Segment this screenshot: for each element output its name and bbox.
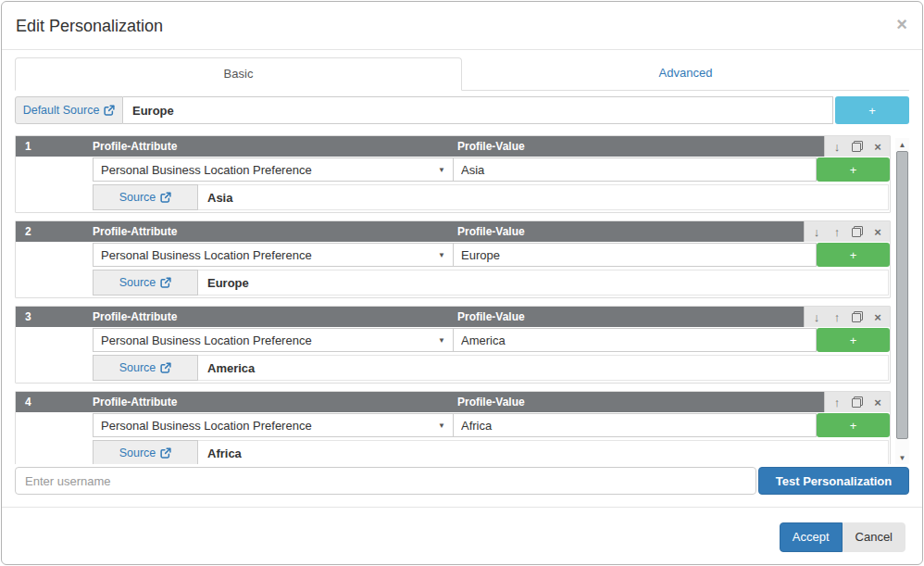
row-source: Source Asia	[16, 184, 890, 210]
source-value: Asia	[198, 184, 889, 210]
selected-attribute: Personal Business Location Preference	[101, 163, 438, 177]
selected-attribute: Personal Business Location Preference	[101, 333, 438, 347]
profile-attribute-header: Profile-Attribute	[93, 396, 457, 409]
copy-icon[interactable]	[847, 222, 868, 241]
profile-value-input[interactable]	[454, 157, 817, 182]
source-button[interactable]: Source	[93, 270, 198, 296]
default-source-label: Default Source	[23, 104, 100, 117]
scroll-down-icon[interactable]: ▼	[895, 451, 909, 464]
profile-attribute-select[interactable]: Personal Business Location Preference ▼	[93, 328, 454, 352]
row-spacer	[16, 270, 93, 296]
row-header: 3 Profile-Attribute Profile-Value ↓ ↑ ×	[16, 307, 890, 327]
row-spacer	[16, 413, 93, 437]
selected-attribute: Personal Business Location Preference	[101, 419, 438, 433]
row-source: Source Africa	[16, 440, 890, 464]
row-number: 4	[16, 396, 93, 409]
personalization-row: 3 Profile-Attribute Profile-Value ↓ ↑ × …	[15, 306, 891, 384]
chevron-down-icon: ▼	[438, 166, 445, 174]
copy-icon[interactable]	[847, 137, 868, 156]
default-source-value[interactable]: Europe	[123, 96, 833, 124]
row-spacer	[16, 184, 93, 210]
profile-value-header: Profile-Value	[457, 396, 824, 409]
source-value: America	[198, 355, 889, 381]
external-link-icon	[160, 277, 171, 288]
accept-button[interactable]: Accept	[780, 522, 843, 552]
row-header: 4 Profile-Attribute Profile-Value ↑ ×	[16, 392, 890, 412]
move-down-icon[interactable]: ↓	[806, 308, 827, 326]
close-icon[interactable]: ×	[896, 15, 907, 33]
row-source: Source Europe	[16, 270, 890, 296]
tab-bar: Basic Advanced	[15, 57, 909, 91]
delete-icon[interactable]: ×	[868, 308, 888, 326]
row-toolbar: ↓ ↑ ×	[804, 221, 890, 242]
profile-value-input[interactable]	[454, 328, 817, 352]
tab-basic[interactable]: Basic	[15, 57, 462, 91]
add-row-button[interactable]: +	[817, 328, 890, 352]
move-down-icon[interactable]: ↓	[806, 222, 827, 241]
delete-icon[interactable]: ×	[868, 393, 888, 411]
test-personalization-button[interactable]: Test Personalization	[758, 467, 909, 495]
scrollbar-track[interactable]	[896, 151, 908, 451]
copy-icon[interactable]	[847, 393, 868, 411]
dialog-footer: AcceptCancel	[2, 507, 922, 565]
source-button[interactable]: Source	[93, 355, 198, 381]
profile-value-input[interactable]	[454, 243, 817, 267]
row-toolbar: ↓ ↑ ×	[804, 307, 890, 327]
copy-icon[interactable]	[847, 308, 868, 326]
add-row-button[interactable]: +	[817, 413, 890, 437]
move-up-icon[interactable]: ↑	[827, 308, 847, 326]
row-spacer	[16, 157, 93, 182]
move-down-icon[interactable]: ↓	[827, 137, 847, 156]
scrollbar[interactable]: ▲ ▼	[895, 138, 909, 464]
username-input[interactable]	[15, 467, 756, 495]
move-up-icon[interactable]: ↑	[827, 222, 847, 241]
row-number: 1	[16, 140, 93, 153]
row-spacer	[16, 355, 93, 381]
delete-icon[interactable]: ×	[868, 137, 888, 156]
profile-value-header: Profile-Value	[457, 140, 824, 153]
source-button-label: Source	[119, 361, 156, 374]
external-link-icon	[160, 447, 171, 459]
personalization-row: 2 Profile-Attribute Profile-Value ↓ ↑ × …	[15, 220, 891, 298]
source-value: Europe	[198, 270, 889, 296]
external-link-icon	[160, 192, 171, 203]
default-source-row: Default Source Europe +	[15, 96, 909, 124]
row-controls: Personal Business Location Preference ▼ …	[16, 413, 890, 437]
scrollbar-thumb[interactable]	[896, 151, 908, 439]
move-up-icon[interactable]: ↑	[827, 393, 847, 411]
tab-advanced[interactable]: Advanced	[462, 57, 909, 90]
add-row-button[interactable]: +	[817, 243, 890, 267]
selected-attribute: Personal Business Location Preference	[101, 248, 438, 262]
profile-attribute-select[interactable]: Personal Business Location Preference ▼	[93, 243, 454, 267]
chevron-down-icon: ▼	[438, 251, 445, 259]
add-default-button[interactable]: +	[835, 96, 909, 124]
profile-attribute-select[interactable]: Personal Business Location Preference ▼	[93, 157, 454, 182]
rows-area: 1 Profile-Attribute Profile-Value ↓ × Pe…	[15, 135, 909, 464]
chevron-down-icon: ▼	[438, 421, 445, 430]
edit-personalization-dialog: Edit Personalization × Basic Advanced De…	[1, 1, 923, 565]
source-button[interactable]: Source	[93, 440, 198, 464]
dialog-body: Basic Advanced Default Source Europe + 1…	[2, 50, 922, 495]
personalization-row: 4 Profile-Attribute Profile-Value ↑ × Pe…	[15, 391, 891, 464]
personalization-rows: 1 Profile-Attribute Profile-Value ↓ × Pe…	[15, 135, 891, 464]
delete-icon[interactable]: ×	[868, 222, 888, 241]
profile-value-input[interactable]	[454, 413, 817, 437]
row-source: Source America	[16, 355, 890, 381]
source-button[interactable]: Source	[93, 184, 198, 210]
row-header: 2 Profile-Attribute Profile-Value ↓ ↑ ×	[16, 221, 890, 242]
row-spacer	[16, 328, 93, 352]
row-number: 2	[16, 225, 93, 238]
row-spacer	[16, 243, 93, 267]
add-row-button[interactable]: +	[817, 157, 890, 182]
test-personalization-row: Test Personalization	[15, 467, 909, 495]
row-number: 3	[16, 310, 93, 323]
profile-attribute-select[interactable]: Personal Business Location Preference ▼	[93, 413, 454, 437]
cancel-button[interactable]: Cancel	[843, 522, 905, 552]
row-controls: Personal Business Location Preference ▼ …	[16, 157, 890, 182]
row-controls: Personal Business Location Preference ▼ …	[16, 328, 890, 352]
default-source-button[interactable]: Default Source	[15, 96, 123, 124]
page-title: Edit Personalization	[16, 17, 908, 36]
chevron-down-icon: ▼	[438, 336, 445, 345]
profile-attribute-header: Profile-Attribute	[93, 310, 457, 323]
scroll-up-icon[interactable]: ▲	[895, 138, 909, 151]
